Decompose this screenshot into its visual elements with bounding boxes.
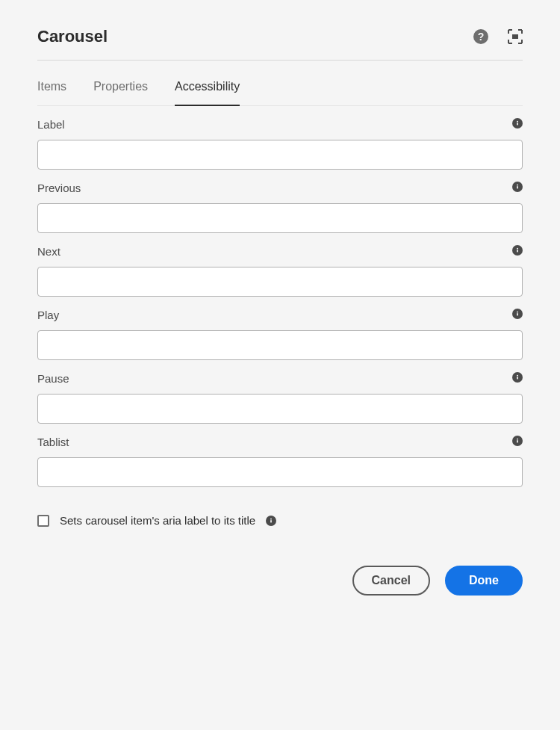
fullscreen-icon[interactable]: [508, 29, 523, 44]
svg-point-11: [517, 439, 518, 440]
info-icon[interactable]: [512, 182, 523, 192]
play-input[interactable]: [37, 330, 523, 360]
info-icon[interactable]: [512, 245, 523, 256]
info-icon[interactable]: [512, 436, 523, 446]
tab-items[interactable]: Items: [37, 69, 66, 105]
svg-rect-4: [517, 186, 518, 188]
done-button[interactable]: Done: [445, 566, 523, 596]
carousel-dialog: Carousel ? Items Properties Accessibilit…: [0, 0, 560, 625]
field-label-text: Tablist: [37, 436, 523, 448]
cancel-button[interactable]: Cancel: [352, 566, 430, 596]
field-label-text: Previous: [37, 182, 523, 194]
pause-input[interactable]: [37, 394, 523, 424]
field-tablist: Tablist: [37, 436, 523, 487]
field-pause: Pause: [37, 372, 523, 424]
field-play: Play: [37, 309, 523, 360]
header-actions: ?: [473, 29, 523, 44]
field-label-text: Play: [37, 309, 523, 321]
dialog-header: Carousel ?: [37, 27, 523, 61]
field-label: Label: [37, 118, 523, 170]
svg-rect-14: [270, 520, 272, 522]
dialog-title: Carousel: [37, 27, 108, 46]
next-input[interactable]: [37, 267, 523, 297]
svg-point-3: [517, 185, 518, 186]
help-icon[interactable]: ?: [473, 29, 488, 44]
dialog-footer: Cancel Done: [37, 566, 523, 596]
svg-point-1: [517, 121, 518, 123]
checkbox-label: Sets carousel item's aria label to its t…: [60, 514, 255, 527]
field-label-text: Next: [37, 245, 523, 258]
svg-point-13: [270, 518, 272, 519]
svg-point-7: [517, 312, 518, 313]
tabs: Items Properties Accessibility: [37, 61, 523, 106]
tablist-input[interactable]: [37, 457, 523, 487]
info-icon[interactable]: [512, 118, 523, 129]
previous-input[interactable]: [37, 203, 523, 233]
svg-point-5: [517, 248, 518, 250]
svg-point-9: [517, 375, 518, 377]
field-next: Next: [37, 245, 523, 297]
label-input[interactable]: [37, 140, 523, 170]
svg-rect-2: [517, 123, 518, 125]
field-previous: Previous: [37, 182, 523, 233]
svg-rect-10: [517, 377, 518, 379]
svg-rect-12: [517, 440, 518, 442]
svg-rect-6: [517, 250, 518, 252]
field-label-text: Label: [37, 118, 523, 131]
info-icon[interactable]: [266, 516, 276, 526]
aria-label-checkbox[interactable]: [37, 515, 49, 527]
tab-properties[interactable]: Properties: [93, 69, 148, 105]
aria-label-checkbox-row: Sets carousel item's aria label to its t…: [37, 514, 523, 527]
info-icon[interactable]: [512, 372, 523, 383]
svg-rect-0: [512, 34, 518, 39]
info-icon[interactable]: [512, 309, 523, 319]
svg-rect-8: [517, 313, 518, 315]
tab-accessibility[interactable]: Accessibility: [175, 69, 240, 105]
field-label-text: Pause: [37, 372, 523, 385]
